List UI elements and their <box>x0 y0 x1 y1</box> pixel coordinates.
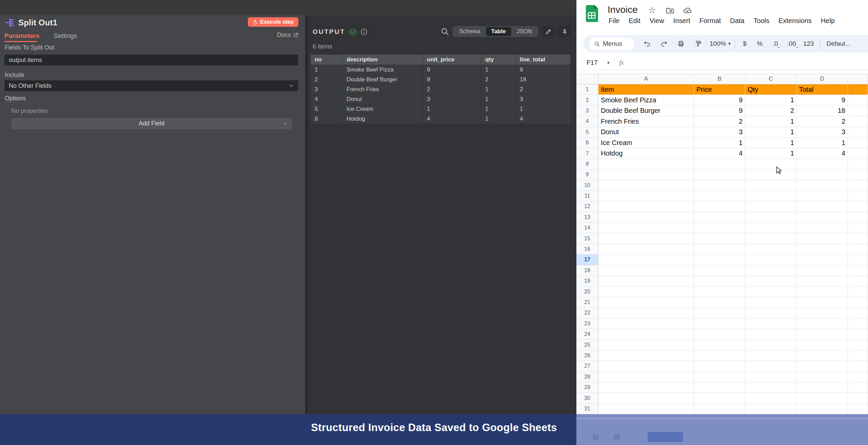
sheet-cell[interactable] <box>848 138 868 148</box>
sheet-cell[interactable] <box>848 382 868 393</box>
row-header-4[interactable]: 4 <box>576 116 598 127</box>
sheet-cell[interactable] <box>694 223 745 233</box>
menu-help[interactable]: Help <box>821 17 835 25</box>
sheet-cell[interactable] <box>694 340 745 350</box>
sheet-cell[interactable] <box>797 382 848 393</box>
sheet-cell[interactable] <box>745 340 797 350</box>
name-box[interactable]: F17 ▼ <box>576 59 612 66</box>
sheet-cell[interactable]: 2 <box>797 116 848 127</box>
sheet-cell[interactable] <box>797 265 848 276</box>
sheet-cell[interactable] <box>598 382 694 393</box>
menu-file[interactable]: File <box>609 17 619 25</box>
sheet-cell[interactable] <box>598 212 694 223</box>
sheet-cell[interactable] <box>598 361 694 371</box>
view-tab-json[interactable]: JSON <box>511 27 537 36</box>
row-header-18[interactable]: 18 <box>576 265 598 276</box>
print-button[interactable] <box>672 38 689 50</box>
sheet-cell[interactable] <box>848 276 868 286</box>
sheet-cell[interactable]: Total <box>797 84 848 95</box>
sheet-cell[interactable] <box>848 329 868 340</box>
sheet-cell[interactable] <box>848 127 868 138</box>
sheet-cell[interactable]: Hotdog <box>598 148 694 159</box>
sheet-cell[interactable] <box>598 201 694 212</box>
menu-extensions[interactable]: Extensions <box>778 17 812 25</box>
sheet-cell[interactable] <box>797 244 848 255</box>
row-header-24[interactable]: 24 <box>576 329 598 340</box>
sheet-cell[interactable] <box>694 212 745 223</box>
row-header-30[interactable]: 30 <box>576 393 598 403</box>
sheet-cell[interactable]: 3 <box>797 127 848 138</box>
add-field-button[interactable]: Add Field <box>11 118 292 129</box>
sheet-cell[interactable]: 9 <box>694 95 745 105</box>
sheet-cell[interactable] <box>598 180 694 191</box>
sheet-cell[interactable]: Ice Cream <box>598 138 694 148</box>
execute-step-button[interactable]: Execute step <box>248 17 298 27</box>
sheet-cell[interactable] <box>598 404 694 414</box>
sheet-cell[interactable] <box>598 286 694 297</box>
sheet-cell[interactable] <box>745 393 797 403</box>
row-header-23[interactable]: 23 <box>576 319 598 329</box>
sheet-cell[interactable] <box>745 191 797 201</box>
row-header-17[interactable]: 17 <box>576 255 598 265</box>
font-select[interactable]: Defaul... <box>827 40 851 47</box>
sheet-cell[interactable]: 1 <box>745 95 797 105</box>
sheet-cell[interactable] <box>598 233 694 244</box>
sheet-cell[interactable] <box>797 201 848 212</box>
paint-format-button[interactable] <box>689 38 706 50</box>
sheet-cell[interactable]: 1 <box>745 116 797 127</box>
sheet-cell[interactable] <box>598 223 694 233</box>
sheet-cell[interactable] <box>598 340 694 350</box>
sheet-cell[interactable] <box>598 265 694 276</box>
sheet-cell[interactable] <box>797 308 848 318</box>
sheet-cell[interactable] <box>848 297 868 308</box>
row-header-10[interactable]: 10 <box>576 180 598 191</box>
sheet-cell[interactable] <box>745 223 797 233</box>
sheet-cell[interactable] <box>797 393 848 403</box>
sheet-cell[interactable] <box>598 308 694 318</box>
menu-format[interactable]: Format <box>699 17 721 25</box>
increase-decimal-button[interactable]: .00 → <box>784 40 800 47</box>
sheet-cell[interactable] <box>598 393 694 403</box>
sheet-cell[interactable] <box>797 297 848 308</box>
row-header-13[interactable]: 13 <box>576 212 598 223</box>
sheet-cell[interactable] <box>745 286 797 297</box>
sheet-cell[interactable] <box>745 233 797 244</box>
row-header-7[interactable]: 7 <box>576 148 598 159</box>
sheet-cell[interactable] <box>848 212 868 223</box>
include-select[interactable]: No Other Fields <box>4 80 298 91</box>
sheet-cell[interactable] <box>598 169 694 180</box>
row-header-31[interactable]: 31 <box>576 404 598 414</box>
spreadsheet-title[interactable]: Invoice <box>608 4 638 15</box>
sheet-cell[interactable] <box>848 169 868 180</box>
sheet-cell[interactable] <box>745 308 797 318</box>
sheet-cell[interactable] <box>797 329 848 340</box>
sheet-cell[interactable] <box>598 372 694 382</box>
sheet-cell[interactable] <box>797 361 848 371</box>
row-header-2[interactable]: 2 <box>576 95 598 105</box>
row-header-29[interactable]: 29 <box>576 382 598 393</box>
column-header-A[interactable]: A <box>598 74 694 84</box>
sheet-cell[interactable] <box>694 159 745 169</box>
sheet-cell[interactable] <box>797 180 848 191</box>
sheet-cell[interactable] <box>745 329 797 340</box>
sheet-cell[interactable]: 1 <box>745 138 797 148</box>
sheet-cell[interactable] <box>745 180 797 191</box>
sheet-cell[interactable] <box>598 350 694 361</box>
menu-edit[interactable]: Edit <box>629 17 640 25</box>
sheet-cell[interactable] <box>694 319 745 329</box>
menu-insert[interactable]: Insert <box>673 17 690 25</box>
sheet-cell[interactable] <box>745 159 797 169</box>
fields-to-split-out-input[interactable]: output.items <box>4 55 298 65</box>
sheet-cell[interactable] <box>797 350 848 361</box>
sheet-cell[interactable] <box>598 276 694 286</box>
column-header-partial[interactable] <box>848 74 868 84</box>
sheet-cell[interactable] <box>745 372 797 382</box>
sheet-cell[interactable]: 1 <box>797 138 848 148</box>
sheet-cell[interactable] <box>694 180 745 191</box>
sheet-cell[interactable] <box>848 180 868 191</box>
sheet-cell[interactable] <box>694 255 745 265</box>
row-header-15[interactable]: 15 <box>576 233 598 244</box>
row-header-3[interactable]: 3 <box>576 106 598 116</box>
sheet-cell[interactable] <box>745 201 797 212</box>
output-table-row[interactable]: 6Hotdog414 <box>311 114 570 124</box>
